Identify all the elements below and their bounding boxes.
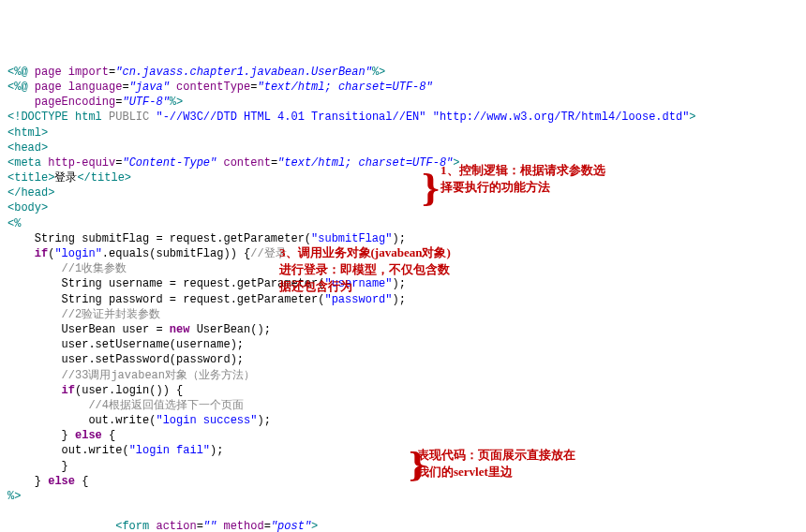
- code: String username = request.getParameter(: [7, 277, 324, 290]
- kw-if: if: [62, 384, 75, 397]
- import-value: "cn.javass.chapter1.javabean.UserBean": [115, 66, 372, 79]
- dt: PUBLIC: [109, 111, 149, 124]
- kw-page: page: [35, 66, 62, 79]
- code: String submitFlag = request.getParameter…: [7, 232, 311, 245]
- str: "submitFlag": [311, 232, 392, 245]
- comment-1: //1收集参数: [7, 262, 127, 275]
- comment-2: //2验证并封装参数: [7, 308, 160, 321]
- val: "post": [271, 520, 311, 532]
- kw: page: [35, 81, 62, 94]
- val: "UTF-8": [122, 96, 169, 109]
- code: (user.login()) {: [75, 384, 183, 397]
- close: %>: [372, 66, 385, 79]
- dt: html: [75, 111, 102, 124]
- attr: language: [68, 81, 123, 94]
- title-open: <title>: [7, 171, 54, 185]
- dt-str: "http://www.w3.org/TR/html4/loose.dtd": [433, 111, 690, 124]
- head-close: </head>: [7, 186, 54, 200]
- eq: =: [122, 81, 128, 94]
- attr: pageEncoding: [35, 96, 115, 109]
- code: );: [257, 414, 270, 427]
- code: user.setPassword(password);: [7, 353, 244, 366]
- scriptlet-open: <%: [7, 217, 21, 230]
- attr: contentType: [176, 81, 250, 94]
- kw-new: new: [170, 323, 190, 336]
- eq: =: [271, 156, 277, 170]
- title-text: 登录: [54, 171, 77, 185]
- code: );: [210, 444, 223, 457]
- close: >: [689, 111, 695, 124]
- code: UserBean user =: [7, 323, 170, 336]
- val: "Content-Type": [122, 156, 216, 170]
- attr: content: [223, 156, 270, 170]
- code: UserBean();: [189, 323, 270, 336]
- code: }: [7, 475, 48, 488]
- html-open: <html>: [7, 126, 48, 140]
- str: "login": [54, 247, 101, 260]
- doctype: <!DOCTYPE: [7, 111, 68, 124]
- code: {: [75, 475, 88, 488]
- annotation-3-presentation: 表现代码：页面展示直接放在我们的servlet里边: [417, 447, 586, 480]
- code: out.write(: [7, 444, 129, 457]
- close: %>: [170, 96, 183, 109]
- code: {: [102, 429, 115, 442]
- indent: [7, 384, 62, 397]
- code: String password = request.getParameter(: [7, 293, 324, 306]
- meta: <meta: [7, 156, 41, 170]
- kw-else: else: [48, 475, 75, 488]
- eq: =: [264, 520, 271, 532]
- comment-3: //33调用javabean对象（业务方法）: [7, 369, 255, 382]
- attr: action: [149, 520, 196, 532]
- attr-import: import: [68, 66, 109, 79]
- code: out.write(: [7, 414, 156, 427]
- form-open: <form: [7, 520, 149, 532]
- kw-if: if: [35, 247, 48, 260]
- dt-str: "-//W3C//DTD HTML 4.01 Transitional//EN": [156, 111, 425, 124]
- str: "login fail": [129, 444, 210, 457]
- comment-4: //4根据返回值选择下一个页面: [7, 399, 244, 412]
- code: .equals(submitFlag)) {: [102, 247, 250, 260]
- scriptlet-close: %>: [7, 490, 21, 503]
- kw-else: else: [75, 429, 102, 442]
- brace-icon: }: [422, 160, 440, 214]
- code: }: [7, 429, 75, 442]
- val: "text/html; charset=UTF-8": [257, 81, 432, 94]
- code: );: [392, 232, 405, 245]
- val: "": [203, 520, 216, 532]
- title-close: </title>: [77, 171, 131, 185]
- annotation-1-control-logic: 1、控制逻辑：根据请求参数选择要执行的功能方法: [440, 162, 609, 196]
- body-open: <body>: [7, 201, 48, 214]
- str: "login success": [156, 414, 257, 427]
- val: "java": [129, 81, 170, 94]
- code: user.setUsername(username);: [7, 338, 244, 351]
- code-block: <%@ page import="cn.javass.chapter1.java…: [7, 65, 799, 532]
- indent: [7, 247, 35, 260]
- jsp-directive: <%@: [7, 66, 28, 79]
- annotation-2-business-object: 3、调用业务对象(javabean对象)进行登录：即模型，不仅包含数据还包含行为: [279, 244, 457, 296]
- code: }: [7, 460, 68, 473]
- jsp-directive: <%@: [7, 81, 28, 94]
- eq: =: [197, 520, 203, 532]
- attr: method: [216, 520, 263, 532]
- close: >: [311, 520, 318, 532]
- attr: http-equiv: [48, 156, 115, 170]
- head-open: <head>: [7, 141, 48, 155]
